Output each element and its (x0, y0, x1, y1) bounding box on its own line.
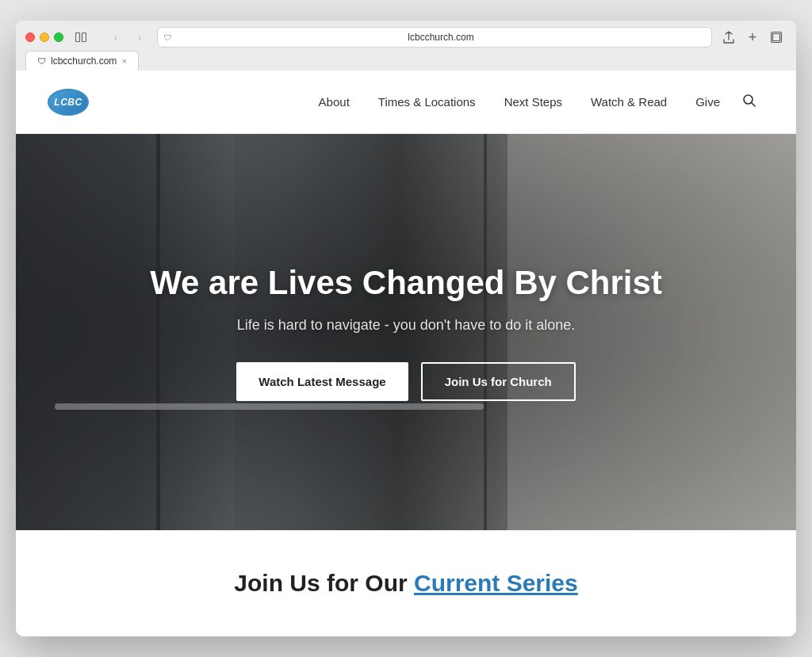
browser-window: ‹ › 🛡 lcbcchurch.com + (16, 21, 796, 636)
watch-message-button[interactable]: Watch Latest Message (236, 362, 408, 401)
window-controls (25, 32, 63, 42)
hero-subtitle: Life is hard to navigate - you don't hav… (237, 317, 576, 334)
current-series-section: Join Us for Our Current Series (16, 530, 796, 636)
nav-next-steps[interactable]: Next Steps (490, 71, 576, 134)
address-bar[interactable]: 🛡 lcbcchurch.com (157, 27, 712, 48)
svg-line-5 (752, 102, 756, 106)
section-heading-prefix: Join Us for Our (234, 570, 414, 596)
lcbc-logo: LCBC (48, 89, 89, 116)
nav-times-locations[interactable]: Times & Locations (364, 71, 490, 134)
active-tab[interactable]: 🛡 lcbcchurch.com × (25, 51, 139, 71)
section-heading: Join Us for Our Current Series (48, 570, 764, 597)
website-content: LCBC About Times & Locations Next Steps … (16, 71, 796, 636)
svg-rect-1 (82, 33, 86, 42)
svg-rect-0 (76, 33, 80, 42)
new-tab-button[interactable]: + (742, 29, 763, 46)
site-navigation: LCBC About Times & Locations Next Steps … (16, 71, 796, 134)
nav-links: About Times & Locations Next Steps Watch… (304, 71, 764, 134)
browser-top-bar: ‹ › 🛡 lcbcchurch.com + (16, 21, 796, 51)
forward-button[interactable]: › (128, 29, 151, 46)
nav-watch-read[interactable]: Watch & Read (576, 71, 681, 134)
hero-cta-buttons: Watch Latest Message Join Us for Church (236, 362, 575, 401)
tab-overview-button[interactable] (766, 29, 787, 46)
search-icon[interactable] (734, 94, 764, 111)
back-button[interactable]: ‹ (105, 29, 127, 46)
nav-give[interactable]: Give (681, 71, 734, 134)
share-button[interactable] (718, 29, 739, 46)
section-heading-link[interactable]: Current Series (414, 570, 578, 596)
tab-close-button[interactable]: × (121, 56, 126, 66)
browser-actions: + (718, 29, 787, 46)
logo-area[interactable]: LCBC (48, 89, 89, 116)
browser-navigation: ‹ › (105, 29, 151, 46)
join-church-button[interactable]: Join Us for Church (421, 362, 576, 401)
close-window-button[interactable] (25, 32, 35, 42)
hero-title: We are Lives Changed By Christ (150, 263, 662, 303)
minimize-window-button[interactable] (40, 32, 49, 42)
maximize-window-button[interactable] (54, 32, 63, 42)
security-icon: 🛡 (164, 33, 172, 42)
hero-content: We are Lives Changed By Christ Life is h… (16, 134, 796, 530)
tab-title: lcbcchurch.com (51, 55, 117, 67)
nav-about[interactable]: About (304, 71, 364, 134)
tab-bar: 🛡 lcbcchurch.com × (16, 51, 796, 71)
url-text: lcbcchurch.com (177, 32, 705, 43)
svg-rect-3 (773, 34, 780, 41)
hero-section: We are Lives Changed By Christ Life is h… (16, 134, 796, 530)
window-layout-button[interactable] (70, 29, 92, 46)
